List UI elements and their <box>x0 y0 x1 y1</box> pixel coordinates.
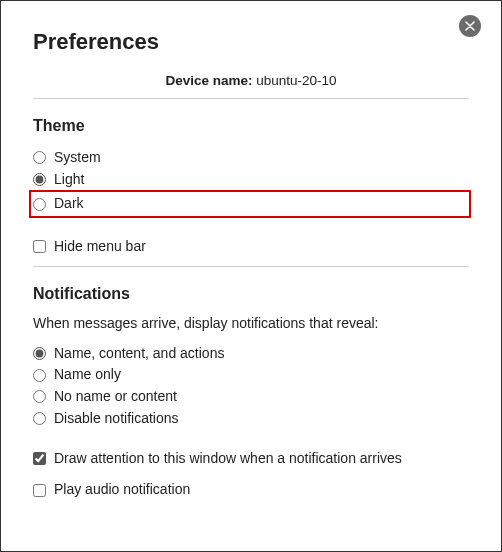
page-title: Preferences <box>33 29 469 55</box>
theme-radio-dark[interactable] <box>33 198 46 211</box>
notif-option-name-only[interactable]: Name only <box>33 364 469 386</box>
play-audio-option[interactable]: Play audio notification <box>33 479 469 501</box>
play-audio-label: Play audio notification <box>54 479 190 501</box>
play-audio-checkbox[interactable] <box>33 484 46 497</box>
theme-option-system[interactable]: System <box>33 147 469 169</box>
notif-option-label: No name or content <box>54 386 177 408</box>
theme-option-label: Dark <box>54 193 84 215</box>
hide-menu-bar-option[interactable]: Hide menu bar <box>33 236 469 258</box>
theme-option-label: System <box>54 147 101 169</box>
theme-option-dark[interactable]: Dark <box>29 190 471 218</box>
notifications-description: When messages arrive, display notificati… <box>33 315 469 331</box>
notifications-heading: Notifications <box>33 285 469 303</box>
notifications-radio-group: Name, content, and actions Name only No … <box>33 343 469 430</box>
notif-radio-full[interactable] <box>33 347 46 360</box>
close-icon <box>465 17 475 35</box>
theme-radio-light[interactable] <box>33 173 46 186</box>
theme-heading: Theme <box>33 117 469 135</box>
theme-option-light[interactable]: Light <box>33 169 469 191</box>
notif-option-label: Name, content, and actions <box>54 343 224 365</box>
draw-attention-checkbox[interactable] <box>33 452 46 465</box>
theme-option-label: Light <box>54 169 84 191</box>
draw-attention-label: Draw attention to this window when a not… <box>54 448 402 470</box>
notif-radio-disable[interactable] <box>33 412 46 425</box>
notif-option-disable[interactable]: Disable notifications <box>33 408 469 430</box>
theme-radio-group: System Light Dark <box>33 147 469 218</box>
draw-attention-option[interactable]: Draw attention to this window when a not… <box>33 448 469 470</box>
close-button[interactable] <box>459 15 481 37</box>
divider <box>33 98 469 99</box>
device-name-line: Device name: ubuntu-20-10 <box>33 73 469 88</box>
notif-option-label: Disable notifications <box>54 408 179 430</box>
device-name-label: Device name: <box>165 73 252 88</box>
preferences-scroll[interactable]: Preferences Device name: ubuntu-20-10 Th… <box>1 1 501 551</box>
notif-radio-name-only[interactable] <box>33 369 46 382</box>
hide-menu-bar-label: Hide menu bar <box>54 236 146 258</box>
hide-menu-bar-checkbox[interactable] <box>33 240 46 253</box>
device-name-value: ubuntu-20-10 <box>256 73 336 88</box>
theme-radio-system[interactable] <box>33 151 46 164</box>
notif-option-no-name[interactable]: No name or content <box>33 386 469 408</box>
notif-option-full[interactable]: Name, content, and actions <box>33 343 469 365</box>
notif-option-label: Name only <box>54 364 121 386</box>
notif-radio-no-name[interactable] <box>33 390 46 403</box>
divider <box>33 266 469 267</box>
